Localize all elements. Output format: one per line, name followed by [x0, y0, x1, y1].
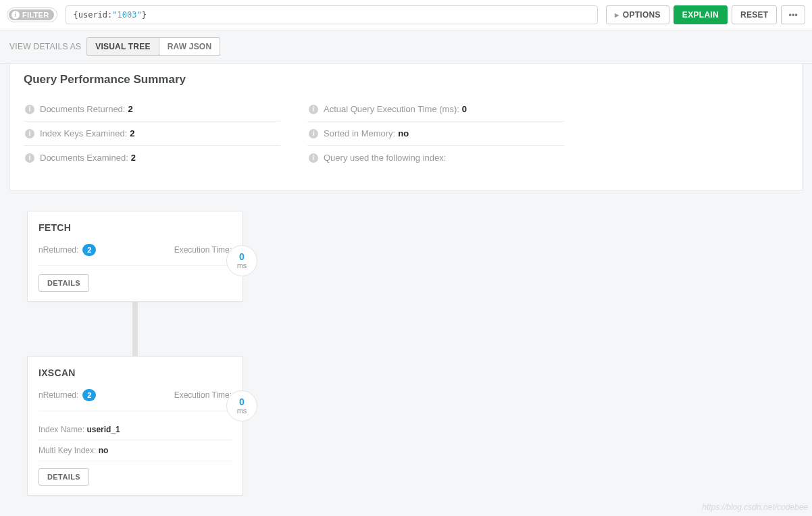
info-icon: i — [309, 129, 318, 138]
summary-card: Query Performance Summary iDocuments Ret… — [9, 63, 803, 190]
view-bar: VIEW DETAILS AS VISUAL TREE RAW JSON — [0, 30, 812, 63]
info-icon: i — [309, 105, 318, 114]
summary-right-col: iActual Query Execution Time (ms):0 iSor… — [307, 97, 564, 170]
stage-title: FETCH — [39, 222, 232, 233]
divider — [39, 411, 232, 411]
info-icon: i — [25, 105, 34, 114]
multikey-row: Multi Key Index: no — [39, 440, 232, 461]
info-icon: i — [309, 153, 318, 163]
filter-pill: i FILTER — [7, 7, 57, 22]
plan-stage-fetch: FETCH nReturned:2 Execution Time: 0 ms D… — [27, 211, 243, 302]
filter-badge: i FILTER — [9, 9, 54, 20]
exec-time-label: Execution Time: — [174, 245, 232, 255]
summary-title: Query Performance Summary — [24, 73, 788, 86]
exec-time-circle: 0 ms — [226, 390, 257, 421]
summary-left-col: iDocuments Returned:2 iIndex Keys Examin… — [24, 97, 280, 170]
stat-docs-returned: iDocuments Returned:2 — [24, 97, 280, 122]
filter-query-input[interactable]: {userid:"1003"} — [66, 5, 598, 24]
options-label: OPTIONS — [623, 10, 661, 20]
details-button[interactable]: DETAILS — [39, 274, 89, 292]
stat-index-keys: iIndex Keys Examined:2 — [24, 122, 280, 146]
more-button[interactable]: ••• — [781, 5, 805, 24]
plan-stage-ixscan: IXSCAN nReturned:2 Execution Time: 0 ms … — [27, 356, 243, 496]
stage-title: IXSCAN — [39, 367, 232, 378]
stat-sorted-memory: iSorted in Memory:no — [307, 122, 564, 146]
explain-button[interactable]: EXPLAIN — [674, 5, 728, 24]
exec-time-circle: 0 ms — [226, 245, 257, 276]
tab-raw-json[interactable]: RAW JSON — [159, 37, 221, 56]
filter-badge-label: FILTER — [22, 11, 49, 19]
nreturned-label: nReturned: — [39, 390, 78, 400]
info-icon: i — [25, 153, 34, 163]
nreturned-chip: 2 — [82, 244, 96, 256]
tab-visual-tree[interactable]: VISUAL TREE — [86, 37, 159, 56]
divider — [39, 265, 232, 266]
nreturned-label: nReturned: — [39, 245, 78, 255]
stage-connector — [132, 302, 138, 356]
stat-index-used: iQuery used the following index: — [307, 146, 564, 170]
reset-button[interactable]: RESET — [732, 5, 778, 24]
nreturned-chip: 2 — [82, 389, 96, 401]
filter-bar: i FILTER {userid:"1003"} ▶OPTIONS EXPLAI… — [0, 0, 812, 30]
stat-docs-examined: iDocuments Examined:2 — [24, 146, 280, 170]
watermark: https://blog.csdn.net/codebee — [702, 502, 808, 512]
options-button[interactable]: ▶OPTIONS — [606, 5, 669, 24]
details-button[interactable]: DETAILS — [39, 468, 89, 486]
stat-exec-time: iActual Query Execution Time (ms):0 — [307, 97, 564, 122]
info-icon: i — [11, 11, 20, 19]
exec-time-label: Execution Time: — [174, 390, 232, 400]
plan-area: FETCH nReturned:2 Execution Time: 0 ms D… — [0, 190, 812, 516]
view-tabs: VISUAL TREE RAW JSON — [86, 37, 220, 56]
info-icon: i — [25, 129, 34, 138]
view-label: VIEW DETAILS AS — [9, 42, 81, 51]
caret-right-icon: ▶ — [615, 12, 619, 18]
index-name-row: Index Name: userid_1 — [39, 419, 232, 440]
